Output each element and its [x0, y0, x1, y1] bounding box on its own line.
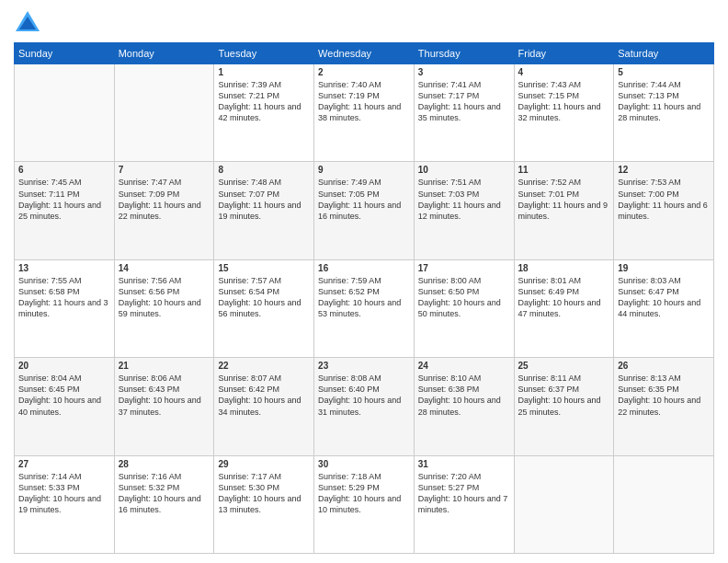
calendar-cell: 20Sunrise: 8:04 AM Sunset: 6:45 PM Dayli…: [15, 358, 115, 455]
calendar-cell: 15Sunrise: 7:57 AM Sunset: 6:54 PM Dayli…: [214, 259, 314, 357]
calendar-cell: 25Sunrise: 8:11 AM Sunset: 6:37 PM Dayli…: [514, 358, 614, 455]
day-info: Sunrise: 8:08 AM Sunset: 6:40 PM Dayligh…: [318, 373, 410, 418]
day-info: Sunrise: 8:13 AM Sunset: 6:35 PM Dayligh…: [618, 373, 710, 418]
day-number: 23: [318, 361, 410, 371]
day-number: 9: [318, 165, 410, 175]
calendar-cell: 12Sunrise: 7:53 AM Sunset: 7:00 PM Dayli…: [614, 162, 714, 259]
day-number: 16: [318, 263, 410, 273]
calendar-header-sunday: Sunday: [15, 43, 115, 64]
day-number: 29: [218, 459, 310, 469]
day-info: Sunrise: 7:55 AM Sunset: 6:58 PM Dayligh…: [18, 275, 110, 320]
page: SundayMondayTuesdayWednesdayThursdayFrid…: [0, 0, 728, 563]
day-info: Sunrise: 7:17 AM Sunset: 5:30 PM Dayligh…: [218, 471, 310, 516]
day-info: Sunrise: 8:04 AM Sunset: 6:45 PM Dayligh…: [18, 373, 110, 418]
day-number: 2: [318, 67, 410, 77]
calendar-week-1: 1Sunrise: 7:39 AM Sunset: 7:21 PM Daylig…: [15, 64, 714, 162]
day-number: 10: [418, 165, 510, 175]
day-number: 12: [618, 165, 710, 175]
calendar-cell: 4Sunrise: 7:43 AM Sunset: 7:15 PM Daylig…: [514, 64, 614, 162]
day-info: Sunrise: 8:00 AM Sunset: 6:50 PM Dayligh…: [418, 275, 510, 320]
calendar-cell: 14Sunrise: 7:56 AM Sunset: 6:56 PM Dayli…: [114, 259, 214, 357]
calendar-cell: 6Sunrise: 7:45 AM Sunset: 7:11 PM Daylig…: [15, 162, 115, 259]
day-info: Sunrise: 7:39 AM Sunset: 7:21 PM Dayligh…: [218, 79, 310, 124]
day-info: Sunrise: 7:48 AM Sunset: 7:07 PM Dayligh…: [218, 177, 310, 222]
day-info: Sunrise: 7:57 AM Sunset: 6:54 PM Dayligh…: [218, 275, 310, 320]
day-number: 31: [418, 459, 510, 469]
day-number: 22: [218, 361, 310, 371]
calendar-cell: 5Sunrise: 7:44 AM Sunset: 7:13 PM Daylig…: [614, 64, 714, 162]
calendar-cell: 27Sunrise: 7:14 AM Sunset: 5:33 PM Dayli…: [15, 455, 115, 553]
day-number: 17: [418, 263, 510, 273]
day-number: 20: [18, 361, 110, 371]
day-info: Sunrise: 7:53 AM Sunset: 7:00 PM Dayligh…: [618, 177, 710, 222]
calendar-cell: 16Sunrise: 7:59 AM Sunset: 6:52 PM Dayli…: [314, 259, 415, 357]
day-number: 7: [119, 165, 210, 175]
calendar-cell: 22Sunrise: 8:07 AM Sunset: 6:42 PM Dayli…: [214, 358, 314, 455]
day-number: 26: [618, 361, 710, 371]
day-info: Sunrise: 8:03 AM Sunset: 6:47 PM Dayligh…: [618, 275, 710, 320]
calendar-cell: 19Sunrise: 8:03 AM Sunset: 6:47 PM Dayli…: [614, 259, 714, 357]
calendar-cell: [514, 455, 614, 553]
day-info: Sunrise: 8:10 AM Sunset: 6:38 PM Dayligh…: [418, 373, 510, 418]
calendar-header-row: SundayMondayTuesdayWednesdayThursdayFrid…: [15, 43, 714, 64]
day-info: Sunrise: 7:16 AM Sunset: 5:32 PM Dayligh…: [119, 471, 210, 516]
calendar-cell: 2Sunrise: 7:40 AM Sunset: 7:19 PM Daylig…: [314, 64, 415, 162]
day-info: Sunrise: 7:14 AM Sunset: 5:33 PM Dayligh…: [18, 471, 110, 516]
day-number: 14: [119, 263, 210, 273]
day-info: Sunrise: 7:44 AM Sunset: 7:13 PM Dayligh…: [618, 79, 710, 124]
day-info: Sunrise: 7:49 AM Sunset: 7:05 PM Dayligh…: [318, 177, 410, 222]
day-number: 8: [218, 165, 310, 175]
calendar-cell: 1Sunrise: 7:39 AM Sunset: 7:21 PM Daylig…: [214, 64, 314, 162]
calendar-cell: 18Sunrise: 8:01 AM Sunset: 6:49 PM Dayli…: [514, 259, 614, 357]
day-info: Sunrise: 8:07 AM Sunset: 6:42 PM Dayligh…: [218, 373, 310, 418]
calendar-cell: [15, 64, 115, 162]
day-info: Sunrise: 7:45 AM Sunset: 7:11 PM Dayligh…: [18, 177, 110, 222]
day-info: Sunrise: 7:59 AM Sunset: 6:52 PM Dayligh…: [318, 275, 410, 320]
calendar-cell: 9Sunrise: 7:49 AM Sunset: 7:05 PM Daylig…: [314, 162, 415, 259]
calendar-header-tuesday: Tuesday: [214, 43, 314, 64]
calendar-cell: [114, 64, 214, 162]
calendar-cell: 24Sunrise: 8:10 AM Sunset: 6:38 PM Dayli…: [414, 358, 514, 455]
day-info: Sunrise: 7:18 AM Sunset: 5:29 PM Dayligh…: [318, 471, 410, 516]
calendar-cell: 3Sunrise: 7:41 AM Sunset: 7:17 PM Daylig…: [414, 64, 514, 162]
calendar-header-saturday: Saturday: [614, 43, 714, 64]
calendar-cell: 30Sunrise: 7:18 AM Sunset: 5:29 PM Dayli…: [314, 455, 415, 553]
day-number: 15: [218, 263, 310, 273]
day-number: 13: [18, 263, 110, 273]
calendar-week-3: 13Sunrise: 7:55 AM Sunset: 6:58 PM Dayli…: [15, 259, 714, 357]
calendar-week-5: 27Sunrise: 7:14 AM Sunset: 5:33 PM Dayli…: [15, 455, 714, 553]
calendar-header-thursday: Thursday: [414, 43, 514, 64]
day-number: 6: [18, 165, 110, 175]
calendar-cell: [614, 455, 714, 553]
day-number: 19: [618, 263, 710, 273]
calendar-cell: 26Sunrise: 8:13 AM Sunset: 6:35 PM Dayli…: [614, 358, 714, 455]
day-info: Sunrise: 7:52 AM Sunset: 7:01 PM Dayligh…: [518, 177, 610, 222]
day-number: 5: [618, 67, 710, 77]
day-info: Sunrise: 7:56 AM Sunset: 6:56 PM Dayligh…: [119, 275, 210, 320]
day-number: 27: [18, 459, 110, 469]
day-number: 11: [518, 165, 610, 175]
calendar-cell: 17Sunrise: 8:00 AM Sunset: 6:50 PM Dayli…: [414, 259, 514, 357]
calendar-cell: 29Sunrise: 7:17 AM Sunset: 5:30 PM Dayli…: [214, 455, 314, 553]
day-number: 25: [518, 361, 610, 371]
day-info: Sunrise: 7:20 AM Sunset: 5:27 PM Dayligh…: [418, 471, 510, 516]
day-number: 30: [318, 459, 410, 469]
calendar-cell: 28Sunrise: 7:16 AM Sunset: 5:32 PM Dayli…: [114, 455, 214, 553]
day-info: Sunrise: 8:01 AM Sunset: 6:49 PM Dayligh…: [518, 275, 610, 320]
logo: [14, 9, 45, 35]
calendar-cell: 11Sunrise: 7:52 AM Sunset: 7:01 PM Dayli…: [514, 162, 614, 259]
day-number: 4: [518, 67, 610, 77]
calendar-header-wednesday: Wednesday: [314, 43, 415, 64]
calendar-header-friday: Friday: [514, 43, 614, 64]
day-number: 1: [218, 67, 310, 77]
calendar-cell: 21Sunrise: 8:06 AM Sunset: 6:43 PM Dayli…: [114, 358, 214, 455]
day-number: 28: [119, 459, 210, 469]
header: [14, 9, 714, 35]
day-info: Sunrise: 8:06 AM Sunset: 6:43 PM Dayligh…: [119, 373, 210, 418]
calendar-cell: 23Sunrise: 8:08 AM Sunset: 6:40 PM Dayli…: [314, 358, 415, 455]
day-number: 18: [518, 263, 610, 273]
day-info: Sunrise: 7:40 AM Sunset: 7:19 PM Dayligh…: [318, 79, 410, 124]
calendar-cell: 7Sunrise: 7:47 AM Sunset: 7:09 PM Daylig…: [114, 162, 214, 259]
day-info: Sunrise: 7:47 AM Sunset: 7:09 PM Dayligh…: [119, 177, 210, 222]
calendar-cell: 10Sunrise: 7:51 AM Sunset: 7:03 PM Dayli…: [414, 162, 514, 259]
